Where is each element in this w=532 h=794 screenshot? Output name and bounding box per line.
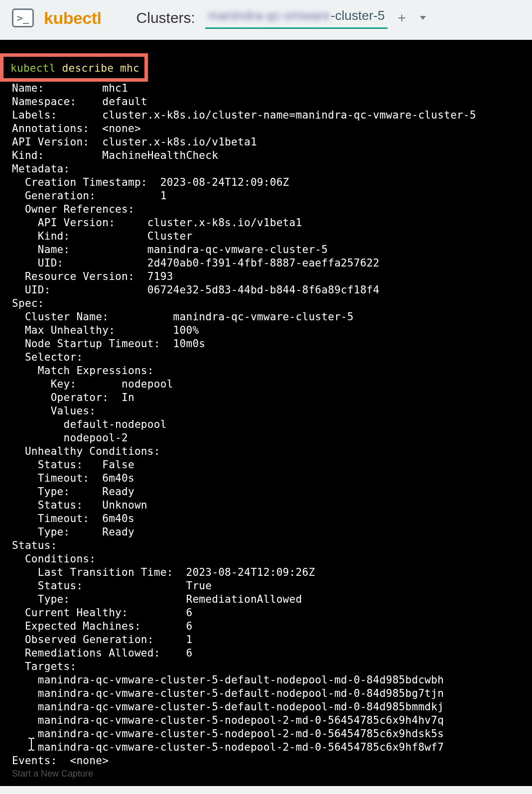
out-labels: Labels: cluster.x-k8s.io/cluster-name=ma…: [12, 109, 476, 121]
out-owner-refs-hdr: Owner References:: [12, 203, 134, 215]
text-cursor-icon: [27, 737, 36, 751]
out-or-name: Name: manindra-qc-vmware-cluster-5: [12, 244, 328, 256]
out-namespace: Namespace: default: [12, 96, 147, 108]
out-annotations: Annotations: <none>: [12, 123, 141, 134]
out-cur-healthy: Current Healthy: 6: [12, 607, 192, 619]
out-events: Events: <none>: [12, 755, 109, 767]
out-targets-hdr: Targets:: [12, 661, 76, 672]
out-spec-hdr: Spec:: [12, 297, 44, 309]
cluster-name-visible: -cluster-5: [331, 8, 385, 23]
add-cluster-button[interactable]: +: [398, 10, 405, 26]
out-api-version: API Version: cluster.x-k8s.io/v1beta1: [12, 136, 257, 148]
out-me-val1: default-nodepool: [12, 418, 167, 430]
out-uc2-type: Type: Ready: [12, 526, 134, 538]
out-max-unhealthy: Max Unhealthy: 100%: [12, 324, 199, 336]
out-t4: manindra-qc-vmware-cluster-5-nodepool-2-…: [12, 714, 444, 726]
terminal-wrap: kubectl describe mhc Name: mhc1 Namespac…: [0, 40, 532, 786]
out-uc-hdr: Unhealthy Conditions:: [12, 445, 160, 457]
cluster-dropdown-caret-icon[interactable]: [420, 16, 426, 20]
out-status-hdr: Status:: [12, 539, 57, 551]
clusters-label: Clusters:: [136, 9, 195, 26]
out-uid: UID: 06724e32-5d83-44bd-b844-8f6a89cf18f…: [12, 284, 380, 296]
command-keyword: kubectl: [10, 62, 56, 74]
out-rem-allowed: Remediations Allowed: 6: [12, 647, 192, 659]
out-exp-machines: Expected Machines: 6: [12, 620, 192, 632]
out-obs-gen: Observed Generation: 1: [12, 634, 192, 646]
out-selector-hdr: Selector:: [12, 351, 83, 363]
out-or-api: API Version: cluster.x-k8s.io/v1beta1: [12, 217, 302, 229]
out-kind: Kind: MachineHealthCheck: [12, 149, 218, 161]
out-me-val2: nodepool-2: [12, 432, 128, 444]
out-me-vals-hdr: Values:: [12, 405, 96, 417]
tab-active-cluster[interactable]: manindra-qc-vmware -cluster-5: [205, 7, 388, 29]
terminal-output: Name: mhc1 Namespace: default Labels: cl…: [0, 82, 532, 768]
out-res-ver: Resource Version: 7193: [12, 270, 173, 282]
out-t1: manindra-qc-vmware-cluster-5-default-nod…: [12, 674, 444, 686]
out-metadata-hdr: Metadata:: [12, 163, 70, 175]
out-cond-status: Status: True: [12, 580, 212, 592]
out-or-kind: Kind: Cluster: [12, 230, 192, 242]
out-t6: manindra-qc-vmware-cluster-5-nodepool-2-…: [12, 741, 444, 753]
out-cluster-name: Cluster Name: manindra-qc-vmware-cluster…: [12, 311, 354, 323]
out-t3: manindra-qc-vmware-cluster-5-default-nod…: [12, 701, 444, 713]
out-generation: Generation: 1: [12, 190, 167, 202]
out-t2: manindra-qc-vmware-cluster-5-default-nod…: [12, 687, 444, 699]
out-cond-hdr: Conditions:: [12, 553, 96, 565]
out-t5: manindra-qc-vmware-cluster-5-nodepool-2-…: [12, 728, 444, 740]
topbar: >_ kubectl Clusters: manindra-qc-vmware …: [0, 0, 532, 40]
out-cond-type: Type: RemediationAllowed: [12, 593, 302, 605]
cluster-name-obscured: manindra-qc-vmware: [208, 8, 330, 23]
out-ltt: Last Transition Time: 2023-08-24T12:09:2…: [12, 566, 315, 578]
out-me-op: Operator: In: [12, 392, 134, 403]
out-creation-ts: Creation Timestamp: 2023-08-24T12:09:06Z: [12, 176, 289, 188]
command-highlight-box: kubectl describe mhc: [0, 53, 148, 82]
out-me-hdr: Match Expressions:: [12, 365, 154, 377]
command-args: describe mhc: [62, 62, 139, 74]
terminal[interactable]: kubectl describe mhc Name: mhc1 Namespac…: [0, 40, 532, 786]
out-node-startup: Node Startup Timeout: 10m0s: [12, 338, 205, 350]
out-me-key: Key: nodepool: [12, 378, 173, 390]
out-uc2-timeout: Timeout: 6m40s: [12, 513, 134, 525]
out-name: Name: mhc1: [12, 82, 128, 94]
out-or-uid: UID: 2d470ab0-f391-4fbf-8887-eaeffa25762…: [12, 257, 380, 269]
out-uc1-type: Type: Ready: [12, 486, 134, 498]
terminal-icon: >_: [12, 8, 34, 27]
out-uc2-status: Status: Unknown: [12, 499, 147, 511]
brand-label: kubectl: [44, 8, 102, 28]
out-uc1-timeout: Timeout: 6m40s: [12, 472, 134, 484]
out-uc1-status: Status: False: [12, 459, 134, 471]
